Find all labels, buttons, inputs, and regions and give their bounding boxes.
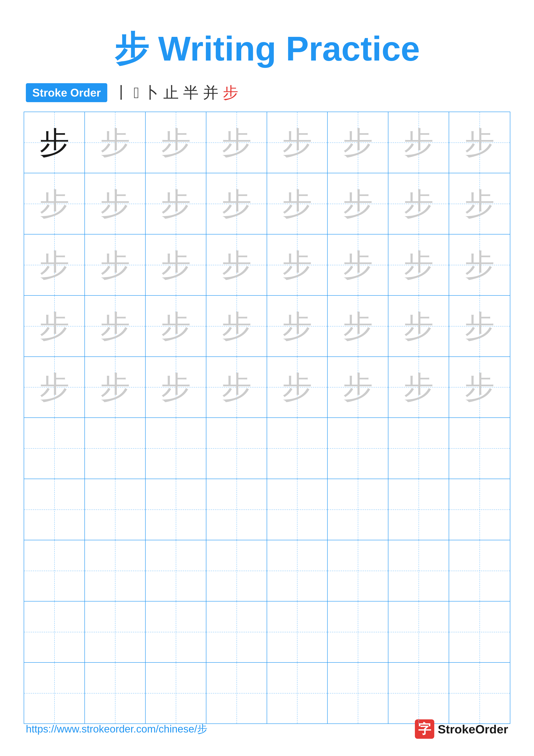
- char-solid: 步: [39, 127, 69, 157]
- grid-cell[interactable]: 步: [388, 296, 449, 357]
- grid-cell[interactable]: 步: [206, 296, 267, 357]
- grid-cell[interactable]: [388, 602, 449, 662]
- grid-cell[interactable]: [24, 663, 85, 723]
- grid-cell[interactable]: 步: [206, 357, 267, 418]
- grid-cell[interactable]: [206, 602, 267, 662]
- grid-cell[interactable]: 步: [146, 112, 206, 173]
- grid-cell[interactable]: 步: [328, 357, 388, 418]
- grid-cell[interactable]: [267, 479, 328, 540]
- char-faded: 步: [161, 189, 191, 219]
- grid-cell[interactable]: 步: [24, 418, 85, 479]
- grid-cell[interactable]: [388, 479, 449, 540]
- grid-cell[interactable]: 步: [24, 234, 85, 295]
- grid-cell[interactable]: [206, 663, 267, 723]
- grid-cell[interactable]: [206, 479, 267, 540]
- grid-cell[interactable]: [267, 602, 328, 662]
- char-faded: 步: [343, 372, 373, 402]
- grid-cell[interactable]: [388, 663, 449, 723]
- grid-cell[interactable]: [146, 479, 206, 540]
- grid-cell[interactable]: [328, 540, 388, 601]
- grid-row-3: 步 步 步 步 步 步 步 步: [24, 234, 510, 296]
- grid-row-5: 步 步 步 步 步 步 步 步: [24, 357, 510, 418]
- grid-cell[interactable]: [328, 418, 388, 479]
- stroke-1: 丨: [114, 82, 129, 103]
- grid-cell[interactable]: 步: [206, 173, 267, 234]
- grid-cell[interactable]: 步: [85, 234, 146, 295]
- grid-cell[interactable]: [388, 540, 449, 601]
- grid-cell[interactable]: 步: [449, 234, 510, 295]
- grid-cell[interactable]: [449, 540, 510, 601]
- grid-cell[interactable]: 步: [24, 296, 85, 357]
- grid-cell[interactable]: 步: [85, 112, 146, 173]
- grid-cell[interactable]: 步: [449, 296, 510, 357]
- grid-cell[interactable]: 步: [146, 234, 206, 295]
- grid-cell[interactable]: [24, 540, 85, 601]
- grid-cell[interactable]: 步: [267, 234, 328, 295]
- grid-cell[interactable]: 步: [267, 173, 328, 234]
- grid-cell[interactable]: [206, 540, 267, 601]
- char-faded: 步: [465, 127, 495, 157]
- grid-cell[interactable]: [449, 479, 510, 540]
- char-faded: 步: [100, 189, 130, 219]
- grid-cell[interactable]: 步: [85, 296, 146, 357]
- grid-cell[interactable]: 步: [206, 112, 267, 173]
- grid-cell[interactable]: 步: [328, 112, 388, 173]
- grid-cell[interactable]: 步: [146, 173, 206, 234]
- grid-cell[interactable]: [146, 602, 206, 662]
- grid-cell[interactable]: [328, 479, 388, 540]
- grid-cell[interactable]: [328, 602, 388, 662]
- grid-cell[interactable]: 步: [449, 357, 510, 418]
- grid-cell[interactable]: [146, 663, 206, 723]
- grid-cell[interactable]: [85, 602, 146, 662]
- grid-cell[interactable]: [449, 602, 510, 662]
- grid-cell[interactable]: [146, 540, 206, 601]
- grid-cell[interactable]: 步: [388, 357, 449, 418]
- grid-cell[interactable]: [449, 418, 510, 479]
- char-faded: 步: [161, 311, 191, 341]
- grid-cell[interactable]: [388, 418, 449, 479]
- char-faded: 步: [282, 250, 312, 280]
- char-faded: 步: [221, 189, 252, 219]
- footer-logo: 字 StrokeOrder: [415, 719, 508, 739]
- title-character: 步 Writing Practice: [114, 29, 420, 68]
- grid-cell[interactable]: [24, 479, 85, 540]
- grid-cell[interactable]: 步: [146, 296, 206, 357]
- grid-row-2: 步 步 步 步 步 步 步 步: [24, 173, 510, 234]
- grid-cell[interactable]: 步: [449, 112, 510, 173]
- grid-cell[interactable]: [267, 663, 328, 723]
- grid-cell[interactable]: [206, 418, 267, 479]
- char-faded: 步: [465, 372, 495, 402]
- grid-row-6: 步: [24, 418, 510, 479]
- grid-cell[interactable]: 步: [146, 357, 206, 418]
- grid-cell[interactable]: 步: [267, 296, 328, 357]
- grid-cell[interactable]: 步: [85, 357, 146, 418]
- grid-cell[interactable]: [85, 418, 146, 479]
- grid-cell[interactable]: [267, 418, 328, 479]
- grid-cell[interactable]: [85, 479, 146, 540]
- grid-cell[interactable]: 步: [328, 296, 388, 357]
- grid-cell[interactable]: [328, 663, 388, 723]
- grid-cell[interactable]: 步: [24, 357, 85, 418]
- grid-cell[interactable]: 步: [206, 234, 267, 295]
- grid-cell[interactable]: [85, 540, 146, 601]
- grid-cell[interactable]: 步: [24, 173, 85, 234]
- grid-cell[interactable]: 步: [388, 112, 449, 173]
- grid-cell[interactable]: 步: [388, 234, 449, 295]
- grid-cell[interactable]: 步: [328, 234, 388, 295]
- grid-cell[interactable]: [146, 418, 206, 479]
- grid-cell[interactable]: [85, 663, 146, 723]
- char-faded: 步: [100, 372, 130, 402]
- grid-cell[interactable]: 步: [449, 173, 510, 234]
- grid-cell[interactable]: 步: [328, 173, 388, 234]
- grid-cell[interactable]: [267, 540, 328, 601]
- char-faded: 步: [221, 372, 252, 402]
- grid-cell[interactable]: 步: [85, 173, 146, 234]
- grid-row-8: [24, 540, 510, 602]
- grid-cell[interactable]: [24, 602, 85, 662]
- grid-cell[interactable]: [449, 663, 510, 723]
- footer-url[interactable]: https://www.strokeorder.com/chinese/步: [26, 722, 207, 736]
- grid-cell[interactable]: 步: [388, 173, 449, 234]
- grid-cell[interactable]: 步: [267, 357, 328, 418]
- grid-cell[interactable]: 步: [24, 112, 85, 173]
- grid-cell[interactable]: 步: [267, 112, 328, 173]
